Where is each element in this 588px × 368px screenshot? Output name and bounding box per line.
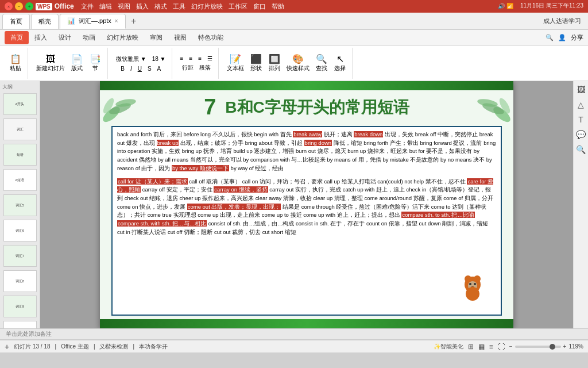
find-btn[interactable]: 🔍 查找 — [313, 53, 330, 74]
view-slide-btn[interactable]: ▦ — [478, 343, 485, 351]
slide-thumb-1[interactable]: A开头 — [3, 93, 37, 115]
align-center-btn[interactable]: ≡ — [187, 55, 195, 62]
view-outline-btn[interactable]: ≡ — [489, 343, 493, 351]
section-btn[interactable]: 📑 节 — [87, 53, 104, 74]
right-tool-pictures[interactable]: 🖼 — [575, 83, 587, 96]
ribbon-tab-view[interactable]: 视图 — [168, 31, 192, 44]
bold-btn[interactable]: B — [118, 65, 127, 72]
right-tool-zoom[interactable]: 🔍 — [575, 143, 587, 156]
slide-thumb-4[interactable]: A短语 — [3, 169, 37, 191]
separator3: | — [133, 343, 134, 350]
ribbon-tab-special[interactable]: 特色功能 — [192, 31, 229, 44]
slide-thumb-10[interactable]: 词汇10 — [3, 321, 37, 328]
line-spacing-btn[interactable]: 行距 — [180, 63, 196, 72]
slide-thumb-wrap-4: 4 A短语 — [3, 169, 37, 191]
textbox-btn[interactable]: 📝 文本框 — [225, 53, 246, 74]
share-btn[interactable]: 分享 — [571, 33, 583, 42]
tab-daoke-label: 稻壳 — [38, 17, 51, 26]
canvas-area[interactable]: 7 B和C字母开头的常用短语 back and forth 前后，来回 befo… — [40, 81, 573, 328]
close-btn[interactable]: × — [5, 2, 13, 10]
menu-slideshow[interactable]: 幻灯片放映 — [191, 2, 223, 11]
ribbon-tab-animation[interactable]: 动画 — [77, 31, 101, 44]
paste-btn[interactable]: 📋 粘贴 — [7, 53, 24, 74]
menu-window[interactable]: 窗口 — [253, 2, 266, 11]
menu-format[interactable]: 格式 — [154, 2, 167, 11]
para-spacing-btn[interactable]: 段落 — [197, 63, 213, 72]
zoom-out-btn[interactable]: − — [509, 343, 513, 350]
arrange-btn[interactable]: 🔲 排列 — [266, 53, 283, 74]
highlight-bring-down: bring down — [304, 140, 332, 146]
layout-btn[interactable]: 📄 版式 — [68, 53, 86, 74]
slide-thumb-wrap-6: 6 词汇6 — [3, 220, 37, 241]
slide-thumb-8[interactable]: 词汇8 — [3, 270, 37, 292]
highlight-break-away: break away — [293, 131, 322, 137]
slide-thumb-5[interactable]: 词汇5 — [3, 194, 37, 216]
slide-content-5: 词汇5 — [14, 202, 25, 209]
new-slide-btn[interactable]: 🖼 新建幻灯片 — [34, 53, 67, 74]
menu-view[interactable]: 视图 — [118, 2, 130, 11]
slide-thumb-6[interactable]: 词汇6 — [3, 220, 37, 241]
underline-btn[interactable]: U — [136, 65, 144, 72]
fullscreen-btn[interactable]: ⛶ — [498, 343, 505, 351]
content-para1: back and forth 前后，来回 before long 不久以后，很快… — [117, 131, 496, 173]
menu-edit[interactable]: 编辑 — [99, 2, 112, 11]
ribbon-tab-insert[interactable]: 插入 — [29, 31, 53, 44]
right-tool-comment[interactable]: 💬 — [575, 128, 587, 141]
slide-content-2: 词汇 — [16, 126, 25, 133]
slide-thumb-9[interactable]: 词汇9 — [3, 296, 37, 317]
quickstyle-btn[interactable]: 🎨 快速样式 — [284, 53, 312, 74]
svg-point-15 — [466, 287, 479, 301]
menu-help[interactable]: 帮助 — [272, 2, 284, 11]
slide-thumb-3[interactable]: 短语 — [3, 144, 37, 166]
tab-add-btn[interactable]: + — [127, 14, 141, 28]
section-icon: 📑 — [90, 55, 101, 64]
shape-btn[interactable]: ⬛ 形状 — [247, 53, 265, 74]
menu-file[interactable]: 文件 — [81, 2, 94, 11]
tab-home[interactable]: 首页 — [2, 14, 30, 29]
right-tool-text[interactable]: T — [575, 113, 587, 126]
bottom-border — [100, 319, 513, 328]
italic-btn[interactable]: I — [128, 65, 134, 72]
font-row2: B I U S A — [118, 65, 163, 72]
right-tool-shapes[interactable]: △ — [575, 98, 587, 111]
tab-daoke[interactable]: 稻壳 — [31, 14, 59, 29]
para-row1: ≡ ≡ ≡ ☰ — [178, 55, 215, 62]
menu-workspace[interactable]: 工作区 — [229, 2, 247, 11]
view-normal-btn[interactable]: ⊞ — [468, 343, 474, 351]
ribbon-tab-slideshow[interactable]: 幻灯片放映 — [101, 31, 144, 44]
zoom-slider[interactable] — [515, 346, 561, 348]
slide-thumb-wrap-3: 3 短语 — [3, 144, 37, 166]
search-tool[interactable]: 🔍 — [546, 34, 554, 41]
slide-panel-header: 大纲 — [0, 83, 13, 91]
strikethrough-btn[interactable]: S — [145, 65, 154, 72]
account-area: 成人达语学习 — [543, 17, 581, 25]
align-right-btn[interactable]: ≡ — [196, 55, 204, 62]
maximize-btn[interactable]: + — [25, 2, 33, 10]
align-left-btn[interactable]: ≡ — [178, 55, 186, 62]
ribbon-group-slide: 🖼 新建幻灯片 📄 版式 📑 节 — [30, 48, 108, 79]
slide-canvas[interactable]: 7 B和C字母开头的常用短语 back and forth 前后，来回 befo… — [100, 81, 513, 328]
minimize-btn[interactable]: − — [15, 2, 23, 10]
ribbon-tab-review[interactable]: 审阅 — [144, 31, 168, 44]
tab-file[interactable]: 📊 词汇—.pptx × — [60, 14, 126, 29]
ribbon-tab-design[interactable]: 设计 — [53, 31, 77, 44]
font-color-btn[interactable]: A — [155, 65, 164, 72]
bullet-btn[interactable]: ☰ — [205, 55, 215, 62]
menu-tools[interactable]: 工具 — [173, 2, 185, 11]
slide-thumb-2[interactable]: 词汇 — [3, 118, 37, 140]
tab-close-btn[interactable]: × — [115, 18, 118, 24]
zoom-in-btn[interactable]: + — [563, 343, 567, 350]
font-name-btn[interactable]: 微软雅黑 ▼ — [114, 55, 149, 64]
font-size-btn[interactable]: 18 ▼ — [150, 55, 168, 63]
highlight-compare1: compare sth. to sth. 把…比喻 — [401, 212, 475, 218]
ribbon-tab-home[interactable]: 首页 — [5, 31, 29, 44]
smartbeauty-icon[interactable]: ✨智能美化 — [434, 343, 463, 351]
textbox-label: 文本框 — [227, 64, 244, 72]
select-btn[interactable]: ↖ 选择 — [331, 53, 349, 74]
menu-insert[interactable]: 插入 — [136, 2, 149, 11]
slide-content-box[interactable]: back and forth 前后，来回 before long 不久以后，很快… — [111, 126, 502, 316]
user-icon[interactable]: 👤 — [558, 34, 566, 41]
slide-thumb-7[interactable]: 词汇7 — [3, 245, 37, 267]
add-slide-btn[interactable]: + — [5, 342, 9, 351]
notes-bar[interactable]: 单击此处添加备注 — [0, 328, 588, 340]
